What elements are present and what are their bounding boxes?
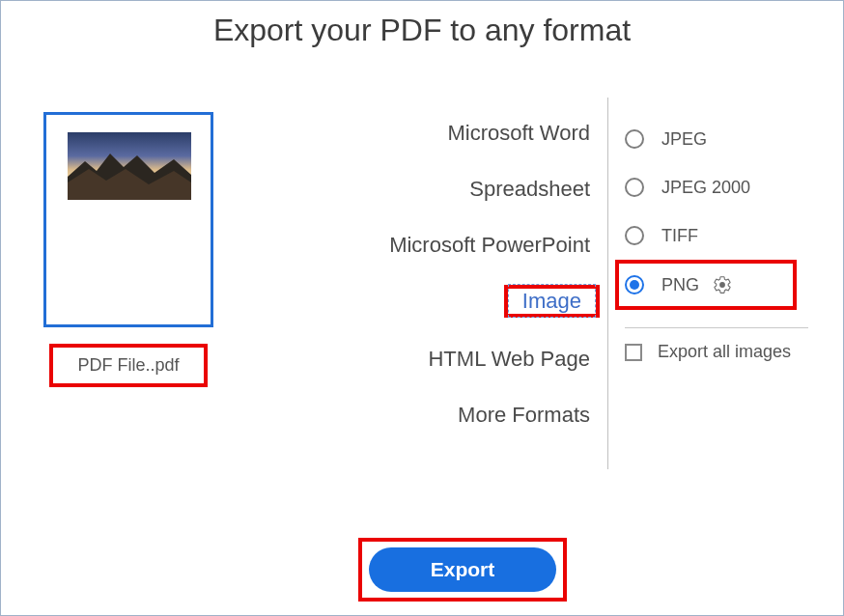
format-list: Microsoft Word Spreadsheet Microsoft Pow… [262, 105, 600, 443]
format-microsoft-powerpoint[interactable]: Microsoft PowerPoint [262, 217, 600, 273]
vertical-divider [607, 98, 608, 469]
export-button[interactable]: Export [369, 547, 556, 592]
pdf-preview-thumbnail[interactable] [43, 112, 213, 327]
format-spreadsheet[interactable]: Spreadsheet [262, 161, 600, 217]
radio-tiff[interactable]: TIFF [625, 211, 828, 260]
format-more-formats[interactable]: More Formats [262, 387, 600, 443]
page-title: Export your PDF to any format [1, 1, 843, 48]
format-image-highlight: Image [504, 285, 600, 318]
radio-icon [625, 129, 644, 149]
preview-filename-highlight: PDF File..pdf [49, 344, 208, 387]
gear-icon[interactable] [713, 275, 732, 294]
radio-icon [625, 178, 644, 197]
checkbox-label: Export all images [658, 342, 791, 362]
suboption-divider [625, 327, 808, 328]
radio-jpeg[interactable]: JPEG [625, 115, 828, 163]
checkbox-icon [625, 344, 642, 361]
radio-png-highlight: PNG [615, 260, 797, 310]
format-image[interactable]: Image [262, 273, 600, 331]
format-html-web-page[interactable]: HTML Web Page [262, 331, 600, 387]
format-microsoft-word[interactable]: Microsoft Word [262, 105, 600, 161]
format-image-label: Image [508, 284, 596, 318]
radio-jpeg-2000[interactable]: JPEG 2000 [625, 163, 828, 211]
radio-label: JPEG [661, 129, 707, 150]
radio-icon [625, 275, 644, 294]
radio-png[interactable]: PNG [625, 275, 732, 295]
radio-icon [625, 226, 644, 245]
image-suboptions: JPEG JPEG 2000 TIFF PNG Export all image… [625, 115, 828, 362]
export-button-highlight: Export [358, 538, 567, 602]
preview-image [68, 132, 191, 200]
radio-label: TIFF [661, 226, 698, 246]
preview-filename: PDF File..pdf [77, 355, 179, 376]
radio-label: PNG [661, 275, 699, 295]
checkbox-export-all-images[interactable]: Export all images [625, 342, 828, 362]
radio-label: JPEG 2000 [661, 178, 750, 198]
